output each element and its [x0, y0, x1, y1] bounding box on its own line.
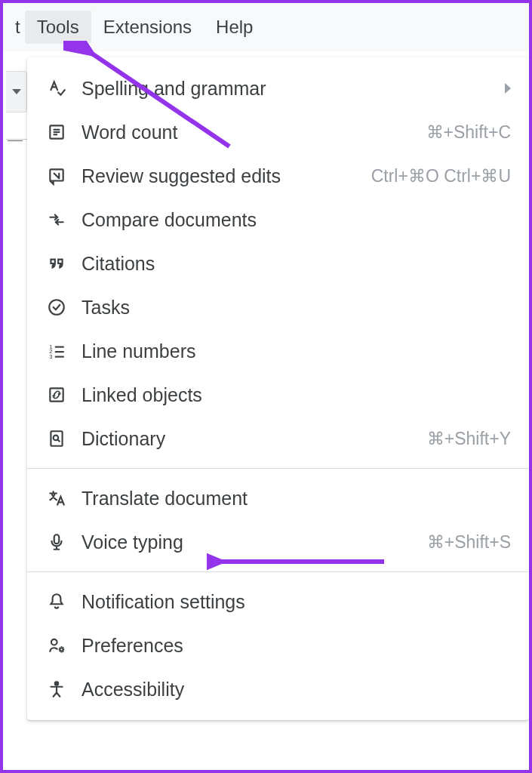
menu-shortcut: ⌘+Shift+S [427, 532, 511, 553]
menu-label: Linked objects [81, 384, 511, 406]
svg-point-5 [49, 300, 64, 315]
menu-citations[interactable]: Citations [27, 242, 529, 285]
compare-icon [45, 208, 68, 231]
tools-menu-panel: Spelling and grammar Word count ⌘+Shift+… [27, 57, 529, 720]
menu-label: Spelling and grammar [81, 78, 491, 100]
menu-label: Citations [81, 253, 511, 275]
svg-rect-16 [54, 534, 60, 544]
menu-linked-objects[interactable]: Linked objects [27, 373, 529, 417]
citations-icon [45, 252, 68, 275]
menubar: t Tools Extensions Help [3, 3, 529, 51]
menu-label: Tasks [81, 297, 511, 319]
menu-label: Notification settings [81, 591, 511, 613]
submenu-arrow-icon [505, 83, 511, 94]
svg-line-15 [57, 439, 60, 442]
word-count-icon [45, 121, 68, 143]
menu-dictionary[interactable]: Dictionary ⌘+Shift+Y [27, 417, 529, 460]
svg-rect-12 [50, 388, 63, 401]
svg-point-18 [60, 648, 63, 651]
svg-rect-13 [51, 431, 62, 446]
menu-voice-typing[interactable]: Voice typing ⌘+Shift+S [27, 520, 529, 564]
dictionary-icon [45, 427, 68, 450]
menu-label: Word count [81, 122, 413, 143]
menu-spelling-grammar[interactable]: Spelling and grammar [27, 66, 529, 110]
line-numbers-icon: 123 [45, 340, 68, 362]
ruler-fragment [6, 139, 27, 157]
menu-notification-settings[interactable]: Notification settings [27, 580, 529, 624]
caret-down-icon [12, 89, 21, 94]
linked-objects-icon [45, 383, 68, 406]
menu-divider [27, 468, 529, 469]
menu-tasks[interactable]: Tasks [27, 285, 529, 329]
svg-point-17 [51, 639, 57, 645]
menubar-extensions[interactable]: Extensions [91, 11, 204, 44]
menu-review-edits[interactable]: Review suggested edits Ctrl+⌘O Ctrl+⌘U [27, 154, 529, 198]
menu-label: Translate document [81, 488, 511, 510]
menu-line-numbers[interactable]: 123 Line numbers [27, 329, 529, 373]
menu-label: Voice typing [81, 531, 414, 553]
menubar-help[interactable]: Help [204, 11, 265, 44]
menu-label: Compare documents [81, 209, 511, 231]
menu-word-count[interactable]: Word count ⌘+Shift+C [27, 110, 529, 154]
translate-icon [45, 487, 68, 510]
menubar-truncated-text: t [11, 17, 25, 38]
menu-label: Line numbers [81, 340, 511, 362]
menu-shortcut: ⌘+Shift+Y [427, 429, 511, 449]
menu-label: Preferences [81, 635, 511, 657]
review-edits-icon [45, 165, 68, 187]
menu-accessibility[interactable]: Accessibility [27, 667, 529, 711]
menu-divider [27, 571, 529, 572]
svg-text:3: 3 [49, 353, 52, 360]
menu-shortcut: Ctrl+⌘O Ctrl+⌘U [371, 166, 511, 186]
toolbar-dropdown-fragment[interactable] [6, 71, 27, 112]
accessibility-icon [45, 678, 68, 701]
tasks-icon [45, 296, 68, 319]
microphone-icon [45, 531, 68, 553]
menubar-tools[interactable]: Tools [25, 11, 91, 44]
menu-shortcut: ⌘+Shift+C [426, 122, 512, 143]
bell-icon [45, 590, 68, 613]
ruler-tick [8, 140, 23, 141]
spelling-icon [45, 77, 68, 100]
menu-label: Dictionary [81, 428, 414, 450]
menu-compare-documents[interactable]: Compare documents [27, 198, 529, 242]
menu-label: Review suggested edits [81, 165, 358, 187]
preferences-icon [45, 634, 68, 657]
menu-preferences[interactable]: Preferences [27, 624, 529, 667]
menu-translate[interactable]: Translate document [27, 476, 529, 520]
menu-label: Accessibility [81, 679, 511, 701]
svg-point-19 [55, 682, 58, 685]
